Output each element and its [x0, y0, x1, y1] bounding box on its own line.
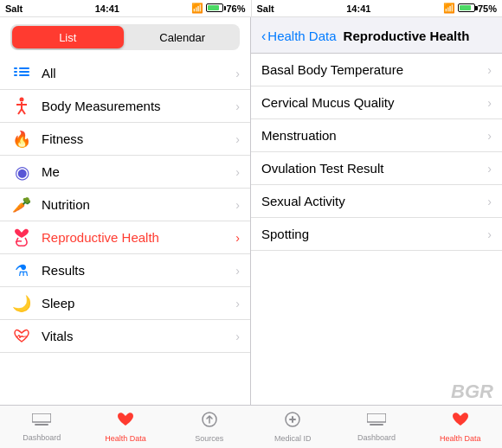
- left-list: All › Body Measurements ›: [0, 57, 250, 405]
- svg-rect-2: [14, 74, 17, 76]
- sources-icon: [201, 411, 218, 432]
- list-item-me[interactable]: ◉ Me ›: [0, 156, 250, 189]
- dashboard-right-icon: [367, 412, 386, 432]
- chevron-ovulation: ›: [487, 162, 492, 176]
- watermark: BGR: [451, 381, 493, 403]
- battery-left: [206, 3, 223, 14]
- tab-health-data-left[interactable]: Health Data: [84, 406, 168, 448]
- svg-rect-5: [19, 74, 29, 76]
- battery-pct-right: 75%: [478, 3, 497, 14]
- right-header: ‹ Health Data Reproductive Health: [251, 17, 502, 54]
- back-chevron-icon: ‹: [261, 29, 266, 44]
- time-left: 14:41: [95, 3, 119, 14]
- list-item-vitals-label: Vitals: [42, 329, 235, 343]
- status-bar-right: Salt 14:41 📶 75%: [251, 0, 503, 17]
- list-item-sleep[interactable]: 🌙 Sleep ›: [0, 287, 250, 320]
- chevron-all: ›: [235, 67, 240, 80]
- status-icons-right: 📶 75%: [443, 3, 497, 14]
- right-item-cervical-label: Cervical Mucus Quality: [261, 95, 487, 110]
- svg-rect-11: [32, 413, 51, 422]
- right-item-menstruation[interactable]: Menstruation ›: [251, 119, 502, 152]
- reproductive-icon: [10, 227, 33, 249]
- list-item-fitness[interactable]: 🔥 Fitness ›: [0, 123, 250, 156]
- list-item-fitness-label: Fitness: [42, 131, 235, 146]
- tab-sources-label: Sources: [195, 434, 223, 443]
- right-item-spotting-label: Spotting: [261, 227, 487, 241]
- tab-dashboard-left[interactable]: Dashboard: [0, 406, 84, 448]
- back-button[interactable]: ‹ Health Data: [261, 29, 337, 44]
- sleep-icon: 🌙: [10, 292, 33, 315]
- tab-health-data-right-label: Health Data: [440, 434, 481, 443]
- list-item-body[interactable]: Body Measurements ›: [0, 90, 250, 123]
- health-data-left-icon: [116, 411, 135, 432]
- segmented-control: List Calendar: [10, 24, 240, 50]
- svg-point-6: [20, 97, 24, 101]
- bluetooth-icon-left: 📶: [191, 3, 203, 14]
- chevron-spotting: ›: [487, 227, 492, 241]
- right-item-menstruation-label: Menstruation: [261, 128, 487, 143]
- right-item-cervical[interactable]: Cervical Mucus Quality ›: [251, 86, 502, 119]
- tab-health-data-right[interactable]: Health Data: [418, 406, 502, 448]
- left-panel: List Calendar All ›: [0, 17, 251, 405]
- chevron-sleep: ›: [235, 297, 240, 310]
- tab-medical-id-label: Medical ID: [274, 434, 312, 443]
- status-bar-left: Salt 14:41 📶 76%: [0, 0, 251, 17]
- svg-rect-3: [19, 67, 29, 69]
- chevron-nutrition: ›: [235, 198, 240, 212]
- list-item-reproductive[interactable]: Reproductive Health ›: [0, 221, 250, 254]
- tab-dashboard-left-label: Dashboard: [23, 433, 61, 442]
- chevron-me: ›: [235, 165, 240, 179]
- seg-calendar-button[interactable]: Calendar: [127, 26, 239, 48]
- battery-right: [458, 3, 475, 14]
- list-item-reproductive-label: Reproductive Health: [42, 230, 235, 245]
- breadcrumb-label: Health Data: [267, 29, 336, 43]
- tab-medical-id[interactable]: Medical ID: [251, 406, 335, 448]
- right-item-basal[interactable]: Basal Body Temperature ›: [251, 54, 502, 86]
- right-item-sexual[interactable]: Sexual Activity ›: [251, 185, 502, 218]
- status-icons-left: 📶 76%: [191, 3, 245, 14]
- list-item-results-label: Results: [42, 263, 235, 278]
- all-icon: [10, 62, 33, 85]
- vitals-icon: [10, 325, 33, 348]
- list-item-me-label: Me: [42, 164, 235, 179]
- results-icon: ⚗: [10, 259, 33, 282]
- chevron-basal: ›: [487, 63, 492, 77]
- chevron-menstruation: ›: [487, 129, 492, 143]
- list-item-nutrition[interactable]: 🥕 Nutrition ›: [0, 189, 250, 221]
- nutrition-icon: 🥕: [10, 194, 33, 216]
- tab-dashboard-right[interactable]: Dashboard: [335, 406, 419, 448]
- tab-dashboard-right-label: Dashboard: [357, 433, 396, 442]
- svg-rect-4: [19, 71, 29, 73]
- page-title: Reproductive Health: [344, 29, 470, 43]
- chevron-reproductive: ›: [235, 231, 240, 245]
- tab-sources[interactable]: Sources: [167, 406, 251, 448]
- right-list: Basal Body Temperature › Cervical Mucus …: [251, 54, 502, 405]
- health-data-right-icon: [451, 411, 470, 432]
- list-item-vitals[interactable]: Vitals ›: [0, 320, 250, 353]
- tab-health-data-left-label: Health Data: [105, 434, 146, 443]
- chevron-cervical: ›: [487, 96, 492, 110]
- status-bars: Salt 14:41 📶 76% Salt 14:41 📶 75%: [0, 0, 502, 17]
- right-item-spotting[interactable]: Spotting ›: [251, 218, 502, 251]
- seg-list-button[interactable]: List: [12, 26, 124, 48]
- list-item-all-label: All: [42, 66, 235, 80]
- right-item-basal-label: Basal Body Temperature: [261, 62, 487, 77]
- bluetooth-icon-right: 📶: [443, 3, 455, 14]
- list-item-sleep-label: Sleep: [42, 296, 235, 310]
- svg-line-10: [22, 109, 25, 114]
- me-icon: ◉: [10, 161, 33, 183]
- chevron-vitals: ›: [235, 330, 240, 343]
- svg-rect-12: [35, 424, 48, 426]
- dashboard-left-icon: [32, 412, 51, 432]
- list-item-all[interactable]: All ›: [0, 57, 250, 90]
- right-panel: ‹ Health Data Reproductive Health Basal …: [251, 17, 502, 405]
- list-item-results[interactable]: ⚗ Results ›: [0, 254, 250, 287]
- carrier-left: Salt: [5, 3, 23, 14]
- list-item-nutrition-label: Nutrition: [42, 197, 235, 212]
- chevron-body: ›: [235, 99, 240, 113]
- main-content: List Calendar All ›: [0, 17, 502, 405]
- right-item-ovulation[interactable]: Ovulation Test Result ›: [251, 152, 502, 185]
- battery-pct-left: 76%: [226, 3, 245, 14]
- svg-rect-1: [14, 71, 17, 73]
- svg-rect-15: [367, 413, 386, 422]
